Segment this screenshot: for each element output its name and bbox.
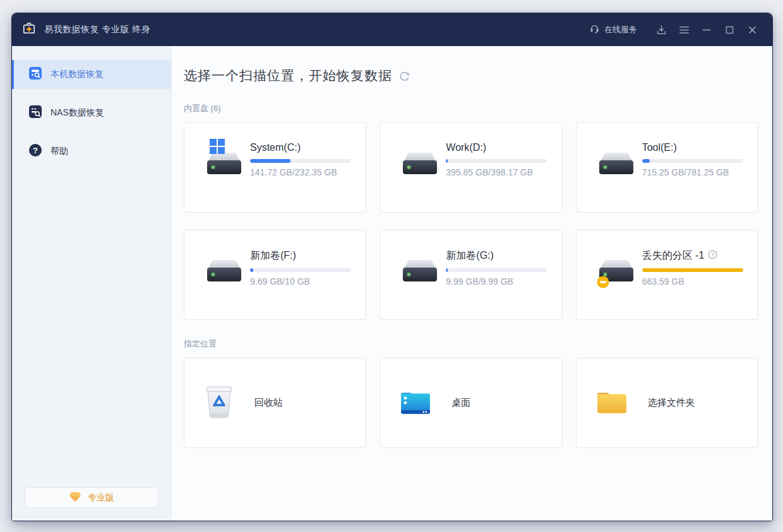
drive-size: 663.59 GB — [642, 276, 743, 287]
location-label: 桌面 — [451, 397, 470, 409]
close-button[interactable] — [741, 19, 763, 40]
section-label-locations: 指定位置 — [184, 338, 758, 350]
capacity-bar — [446, 159, 547, 163]
svg-text:?: ? — [711, 252, 714, 258]
sidebar: 本机数据恢复 NAS数据恢复 — [12, 46, 172, 521]
yellow-folder-icon — [595, 389, 628, 418]
online-service-label: 在线服务 — [604, 24, 637, 35]
location-label: 回收站 — [254, 397, 283, 409]
close-icon — [747, 25, 758, 35]
diamond-icon — [69, 492, 81, 504]
location-card-choose-folder[interactable]: 选择文件夹 — [576, 358, 758, 448]
capacity-bar — [642, 159, 743, 163]
online-service-button[interactable]: 在线服务 — [589, 23, 637, 36]
sidebar-item-local-recovery[interactable]: 本机数据恢复 — [12, 60, 171, 89]
capacity-bar — [642, 268, 743, 272]
drive-card-work-d[interactable]: Work(D:) 395.85 GB/398.17 GB — [380, 122, 562, 213]
help-outline-icon[interactable]: ? — [708, 250, 717, 262]
capacity-bar-fill — [642, 159, 650, 163]
sidebar-item-label: NAS数据恢复 — [51, 107, 104, 119]
hard-drive-icon — [398, 244, 442, 292]
drive-name: 新加卷(F:) — [250, 249, 296, 263]
maximize-button[interactable] — [718, 19, 741, 40]
hard-drive-lost-icon — [594, 244, 638, 292]
download-tray-icon — [655, 24, 667, 36]
svg-text:?: ? — [33, 146, 38, 155]
hard-drive-icon — [202, 244, 246, 292]
drive-size: 715.25 GB/781.25 GB — [642, 167, 743, 177]
capacity-bar-fill — [250, 268, 253, 272]
minimize-icon — [701, 24, 712, 35]
locations-grid: 回收站 桌面 — [184, 358, 758, 448]
location-label: 选择文件夹 — [648, 397, 695, 409]
drive-name: System(C:) — [250, 142, 301, 153]
drive-name: Work(D:) — [446, 142, 486, 153]
drive-size: 9.99 GB/9.99 GB — [446, 276, 547, 287]
headset-icon — [589, 23, 600, 36]
capacity-bar-fill — [250, 159, 290, 163]
drive-size: 141.72 GB/232.35 GB — [250, 167, 351, 177]
page-title: 选择一个扫描位置，开始恢复数据 — [184, 67, 392, 85]
app-title: 易我数据恢复 专业版 终身 — [44, 24, 150, 35]
hard-drive-icon — [398, 137, 442, 185]
menu-button[interactable] — [672, 19, 695, 40]
capacity-bar-fill — [446, 268, 447, 272]
location-card-recycle-bin[interactable]: 回收站 — [184, 358, 366, 448]
export-button[interactable] — [650, 19, 672, 40]
desktop-folder-icon — [399, 388, 432, 418]
help-circle-icon: ? — [28, 143, 42, 160]
edition-label: 专业版 — [88, 492, 114, 504]
minimize-button[interactable] — [695, 19, 718, 40]
main-panel: 选择一个扫描位置，开始恢复数据 内置盘 (6) — [172, 46, 772, 521]
hard-drive-windows-icon — [202, 137, 246, 185]
drive-card-lost-partition[interactable]: 丢失的分区 -1 ? 663.59 GB — [576, 230, 758, 320]
drive-card-tool-e[interactable]: Tool(E:) 715.25 GB/781.25 GB — [576, 122, 758, 213]
section-label-internal-disks: 内置盘 (6) — [184, 103, 758, 114]
sidebar-item-label: 帮助 — [51, 146, 68, 157]
sidebar-item-label: 本机数据恢复 — [51, 69, 104, 80]
drive-card-new-volume-f[interactable]: 新加卷(F:) 9.69 GB/10 GB — [184, 230, 366, 320]
drive-size: 9.69 GB/10 GB — [250, 276, 351, 287]
drive-card-new-volume-g[interactable]: 新加卷(G:) 9.99 GB/9.99 GB — [380, 230, 562, 320]
titlebar: 易我数据恢复 专业版 终身 在线服务 — [12, 13, 772, 46]
capacity-bar-fill — [446, 159, 447, 163]
drive-size: 395.85 GB/398.17 GB — [446, 167, 547, 177]
drive-name: 丢失的分区 -1 — [642, 249, 705, 263]
first-aid-kit-icon — [22, 21, 36, 38]
drive-name: 新加卷(G:) — [446, 249, 494, 263]
capacity-bar — [250, 268, 351, 272]
hamburger-menu-icon — [678, 24, 690, 36]
drive-name: Tool(E:) — [642, 142, 677, 153]
capacity-bar-fill — [642, 268, 743, 272]
edition-badge-button[interactable]: 专业版 — [25, 487, 158, 508]
refresh-icon[interactable] — [398, 71, 410, 83]
capacity-bar — [250, 159, 351, 163]
location-card-desktop[interactable]: 桌面 — [380, 358, 562, 448]
nas-server-search-icon — [28, 105, 42, 121]
hard-drive-icon — [594, 137, 638, 185]
sidebar-item-help[interactable]: ? 帮助 — [12, 137, 171, 166]
drive-card-system-c[interactable]: System(C:) 141.72 GB/232.35 GB — [184, 122, 366, 213]
capacity-bar — [446, 268, 547, 272]
local-drive-search-icon — [28, 66, 42, 83]
maximize-icon — [724, 25, 735, 35]
recycle-bin-icon — [203, 385, 235, 422]
app-window: 易我数据恢复 专业版 终身 在线服务 — [11, 13, 773, 521]
sidebar-item-nas-recovery[interactable]: NAS数据恢复 — [12, 98, 171, 127]
internal-disk-grid: System(C:) 141.72 GB/232.35 GB Work(D:) … — [184, 122, 758, 320]
